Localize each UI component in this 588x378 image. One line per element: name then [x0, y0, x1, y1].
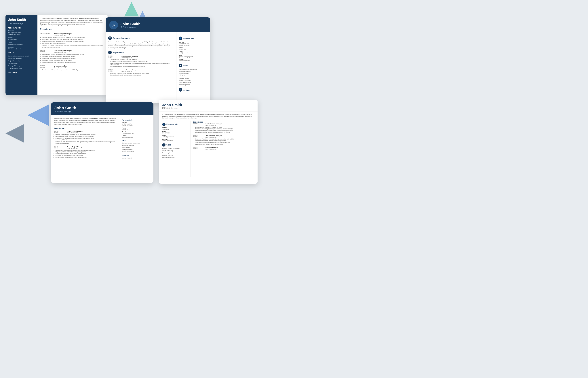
personal-info-heading: Personal Info: [8, 27, 35, 29]
job-2-company: Seton Hospital, ME: [54, 52, 71, 53]
summary-text: IT Professional with over 10 years of ex…: [54, 118, 117, 125]
job-2: 2004-09 -2006-12 Junior Project Manager …: [108, 69, 174, 76]
linkedin-label: LinkedIn: [162, 138, 188, 140]
left-col: 👤 Personal Info Address Portland, ME Pho…: [162, 121, 191, 177]
avatar: js: [109, 21, 118, 29]
job-title: IT Project Manager: [120, 26, 141, 28]
resume-summary-heading: Resume Summary: [113, 37, 131, 39]
summary-text: IT Professional with over 10 years of ex…: [159, 111, 258, 121]
skill-6: Communication Skills: [8, 67, 35, 70]
bullet: Oversaw all major hospital IT projects f…: [42, 37, 105, 39]
linkedin-value: linkedin.com/johnutw: [122, 136, 151, 138]
card2-body: ☰ Resume Summary IT Professional with ov…: [106, 32, 210, 103]
resume-card-2: js John Smith IT Project Manager ☰ Resum…: [106, 17, 210, 103]
job-2-bullets: Streamlined IT logistics and administrat…: [54, 149, 117, 158]
job-title: IT Project Manager: [54, 110, 150, 113]
right-col: Personal Info Address 134 Rightward WayP…: [120, 115, 153, 181]
resume-summary-section: ☰ Resume Summary: [108, 36, 174, 40]
job-3: 2002-08 -2004-09 IT Support Officer Seto…: [40, 65, 105, 71]
job-1-company: Seton Hospital, ME: [67, 132, 83, 134]
card4-header: John Smith IT Project Manager: [159, 100, 258, 111]
bullet: Implemented the highly successful Lean T…: [195, 130, 254, 132]
personal-info-heading: Personal Info: [183, 38, 194, 40]
experience-heading: Experience: [193, 121, 254, 123]
job-1-bullets: Oversaw all major hospital IT projects f…: [108, 59, 174, 68]
address-label: Address: [122, 122, 151, 123]
job-3-title: IT Support Officer: [206, 147, 218, 148]
personal-info-section: 👤 Personal Info: [179, 36, 208, 40]
linkedin-value: linkedin.com/johnutw: [8, 48, 35, 50]
bullet: Implemented the highly successful Lean T…: [110, 62, 174, 66]
card3-header: John Smith IT Project Manager: [51, 102, 153, 115]
www-value: uptowork.com/mycv/j.smith: [179, 56, 208, 58]
job-1-company: Seton Hospital, ME: [54, 35, 72, 36]
right-col: 👤 Personal Info Address 134 Rightward Wa…: [176, 32, 210, 103]
skill-8: Team Management: [179, 84, 208, 86]
skills-icon: ★: [179, 64, 182, 67]
bullet: Oversaw all major hospital IT projects f…: [55, 134, 117, 136]
job-2-dates: 2004-09 -2006-12: [54, 146, 65, 149]
decoration-teal-triangle: [124, 2, 139, 16]
bullet: Managed project for lean training for al…: [42, 61, 105, 63]
experience-icon: ✎: [108, 51, 112, 54]
bullet: Responsible for creating, improving, and…: [195, 128, 254, 130]
bullet: Maintained the user database of over 300…: [55, 155, 117, 156]
job-3-bullets: Provided support for project managers an…: [40, 69, 105, 71]
address-value: 134 Rightward WayPortland, ME, 04019: [179, 43, 208, 46]
skills-section: ★ Skills: [162, 143, 188, 147]
job-1-company: Seton Hospital, ME: [121, 57, 138, 58]
bullet: Oversaw all major hospital IT projects f…: [110, 59, 174, 60]
skill-2: Vendor Management: [122, 144, 151, 146]
card2-header: js John Smith IT Project Manager: [106, 17, 210, 32]
job-title: IT Project Manager: [162, 107, 254, 109]
skill-3: Project Scheduling: [162, 150, 188, 152]
bullet: Streamlined IT logistics and administrat…: [195, 138, 254, 140]
bullet: Reduced the costs of IT infrastructure m…: [110, 66, 174, 68]
address-value: Portland, ME: [162, 128, 188, 130]
job-1: 2006-12 -present Senior Project Manager …: [54, 131, 117, 145]
address-value: 134 Rightward WayPortland, ME, 04019: [122, 123, 151, 126]
bullet: Implemented solutions to increase produc…: [195, 142, 254, 144]
bullet: Cut costs by 32% in less than six months…: [55, 139, 117, 141]
personal-info-icon: 👤: [162, 123, 166, 126]
job-2-dates: 2004-09 -2006-12: [40, 50, 53, 53]
bullet: Diagnosed problems with hardware and ope…: [110, 74, 174, 76]
name: John Smith: [120, 22, 141, 26]
job-1-company: Seton Hospital, ME: [206, 125, 222, 126]
personal-info-section: 👤 Personal Info: [162, 123, 188, 126]
skill-1: Business Process Improvement: [162, 148, 188, 150]
job-2-company: Seton Hospital, ME: [206, 136, 222, 138]
phone-label: Phone: [179, 47, 208, 48]
job-3-company: Seton Hospital, ME: [54, 67, 67, 69]
skill-6: Communication Skills: [162, 156, 188, 158]
phone-value: 774-987-4009: [8, 38, 35, 40]
job-3-company: Seton Hospital, ME: [206, 148, 218, 150]
software-heading: Software: [122, 154, 151, 156]
main-col: IT Professional with over 10 years of ex…: [51, 115, 120, 181]
sidebar: John Smith IT Project Manager Personal I…: [5, 15, 38, 95]
bullet: Diagnosed problems with hardware and ope…: [55, 151, 117, 153]
experience-section: ✎ Experience: [108, 51, 174, 54]
job-2-bullets: Streamlined IT logistics and administrat…: [108, 72, 174, 76]
address-label: Address: [8, 30, 35, 32]
name: John Smith: [8, 18, 35, 22]
software-1: Microsoft Project: [122, 157, 151, 159]
bullet: Reduced the costs of IT maintenance in 2…: [42, 44, 105, 48]
skill-2: Vendor Management: [179, 70, 208, 73]
job-2-company: Seton Hospital, ME: [121, 71, 138, 72]
bullet: Maintained the user database of over 300…: [195, 144, 254, 145]
skill-3: Project Scheduling: [8, 60, 35, 62]
linkedin-value: linkedin.com/johnutw: [179, 60, 208, 61]
software-section: ⊞ Software: [179, 88, 208, 92]
job-2-dates: 2004-09 -2006-12: [108, 69, 120, 72]
resume-card-3: John Smith IT Project Manager IT Profess…: [51, 102, 153, 183]
decoration-blue-arrow-left: [27, 104, 49, 126]
job-1: 2006-12 -present Senior Project Manager …: [193, 123, 254, 134]
skill-6: Communication Skills: [122, 151, 151, 153]
summary: IT Professional with over 10 years of ex…: [40, 17, 105, 26]
skill-2: Vendor Management: [8, 57, 35, 60]
skill-4: Sales Analysis: [179, 75, 208, 77]
resume-card-1: John Smith IT Project Manager Personal I…: [5, 15, 108, 95]
bullet: Implemented the highly successful Lean T…: [42, 40, 105, 42]
job-2-title: Junior Project Manager: [121, 69, 138, 71]
